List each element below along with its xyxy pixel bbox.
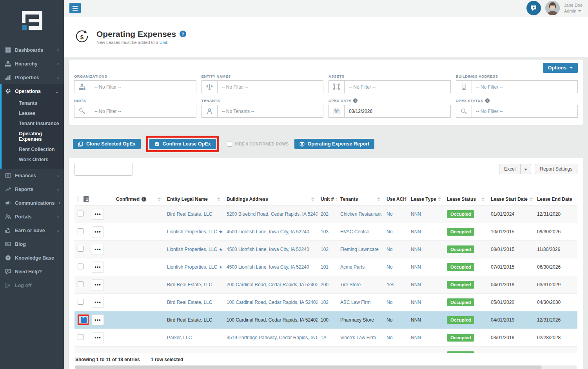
entity-link[interactable]: Lionfish Properties, LLC	[167, 229, 217, 234]
sidebar-item-operating-expenses[interactable]: Operating Expenses	[2, 129, 64, 144]
row-actions-button[interactable]: •••	[92, 244, 104, 255]
row-actions-button[interactable]: •••	[92, 209, 104, 220]
tenant-link[interactable]: Acme Parts	[340, 264, 365, 270]
sidebar-item-properties[interactable]: Properties‹	[0, 71, 64, 84]
use-ach-value[interactable]: No	[387, 211, 392, 217]
sidebar-item-blog[interactable]: Blog	[0, 237, 64, 251]
unit-link[interactable]: 103	[321, 229, 328, 234]
column-header-tenant[interactable]: Tenants	[337, 193, 383, 205]
entity-link[interactable]: Bird Real Estate, LLC	[167, 317, 212, 323]
row-checkbox[interactable]	[78, 211, 83, 216]
lease-type-value[interactable]: NNN	[411, 282, 421, 287]
row-checkbox[interactable]	[78, 264, 83, 269]
sidebar-item-tenant-insurance[interactable]: Tenant Insurance	[2, 118, 64, 129]
entity-link[interactable]: Bird Real Estate, LLC	[167, 282, 212, 287]
filter-assets-input[interactable]: -- No Filter --	[328, 80, 451, 93]
column-header-lease_type[interactable]: Lease Type	[408, 193, 444, 205]
row-actions-button[interactable]: •••	[92, 279, 104, 290]
lease-type-value[interactable]: NNN	[411, 264, 421, 270]
options-button[interactable]: Options	[543, 63, 578, 73]
column-header-confirmed[interactable]: Confirmedi	[113, 193, 164, 205]
address-link[interactable]: 3519 Partridge Parkway, Cedar Rapids, IA…	[227, 335, 318, 340]
sort-icon[interactable]	[377, 197, 380, 201]
excel-dropdown-button[interactable]	[521, 164, 531, 174]
column-header-address[interactable]: Buildings Address	[223, 193, 318, 205]
unit-link[interactable]: 200	[321, 282, 328, 287]
row-actions-button[interactable]: •••	[92, 226, 104, 237]
sort-icon[interactable]	[158, 197, 161, 201]
filter-units-input[interactable]: -- No Filter --	[74, 105, 196, 118]
sidebar-item-operations[interactable]: Operations⌄	[2, 84, 64, 98]
filter-opex-date-input[interactable]: 03/12/2026	[328, 105, 451, 118]
tenant-link[interactable]: ABC Law Firm	[340, 300, 370, 305]
filter-entity-names-input[interactable]: -- No Filter --	[201, 80, 324, 93]
row-checkbox[interactable]	[78, 246, 83, 252]
sidebar-item-need-help[interactable]: Need Help?	[0, 265, 64, 278]
address-link[interactable]: 4500 Lionfish Lane, Iowa City, IA 52240	[227, 264, 309, 270]
scrollbar-thumb[interactable]	[75, 365, 542, 369]
lease-type-value[interactable]: NNN	[411, 211, 421, 217]
avatar[interactable]	[545, 1, 560, 15]
use-ach-value[interactable]: Yes	[387, 282, 394, 287]
sidebar-item-earn-or-save[interactable]: Earn or Save‹	[0, 224, 64, 237]
filter-opex-status-input[interactable]: -- No Filter --	[456, 105, 578, 118]
row-actions-button[interactable]: •••	[92, 262, 104, 273]
row-checkbox[interactable]	[78, 281, 83, 287]
horizontal-scrollbar[interactable]	[75, 365, 577, 369]
unit-link[interactable]: 102	[321, 300, 328, 305]
excel-export-button[interactable]: Excel	[499, 164, 521, 174]
clone-selected-opex-button[interactable]: Clone Selected OpEx	[73, 139, 141, 149]
column-header-start[interactable]: Lease Start Date	[488, 193, 534, 205]
lease-type-value[interactable]: NNN	[411, 335, 421, 340]
unit-link[interactable]: 102	[321, 247, 328, 252]
use-ach-value[interactable]: No	[387, 300, 392, 305]
use-ach-value[interactable]: No	[387, 247, 392, 252]
tenant-link[interactable]: HVAC Central	[340, 229, 369, 234]
use-ach-value[interactable]: No	[387, 317, 392, 323]
address-link[interactable]: 4500 Lionfish Lane, Iowa City, IA 52240	[227, 247, 309, 252]
entity-link[interactable]: Bird Real Estate, LLC	[167, 300, 212, 305]
address-link[interactable]: 4500 Lionfish Lane, Iowa City, IA 52240	[227, 229, 309, 234]
row-checkbox[interactable]	[81, 317, 87, 323]
use-ach-value[interactable]: No	[387, 264, 392, 270]
entity-link[interactable]: Parker, LLC	[167, 335, 192, 340]
tenant-link[interactable]: Pharmacy Store	[340, 317, 374, 323]
tenant-link[interactable]: Tire Store	[340, 282, 361, 287]
row-checkbox[interactable]	[78, 299, 83, 305]
sort-icon[interactable]	[530, 197, 533, 201]
tenant-link[interactable]: Fleming Lawncare	[340, 247, 379, 252]
app-logo[interactable]	[0, 0, 64, 43]
sidebar-item-finances[interactable]: Finances‹	[0, 169, 64, 182]
user-role-menu[interactable]: Admin	[564, 8, 583, 14]
use-ach-value[interactable]: No	[387, 335, 392, 340]
address-link[interactable]: 200 Cardinal Road, Cedar Rapids, IA 5240…	[227, 282, 318, 287]
sidebar-item-reports[interactable]: Reports‹	[0, 182, 64, 196]
unit-link[interactable]: Unit	[160, 40, 167, 45]
sidebar-item-knowledge-base[interactable]: ?Knowledge Base	[0, 251, 64, 265]
sidebar-item-portals[interactable]: Portals‹	[0, 210, 64, 224]
column-header-status[interactable]: Lease Status	[444, 193, 488, 205]
sort-icon[interactable]	[481, 197, 485, 201]
hide-confirmed-rows-checkbox[interactable]: HIDE 0 CONFIRMED ROWS	[227, 142, 289, 147]
filter-buildings-address-input[interactable]: -- No Filter --	[456, 80, 578, 93]
menu-toggle-button[interactable]	[69, 3, 81, 13]
entity-link[interactable]: Bird Real Estate, LLC	[167, 211, 212, 217]
row-actions-button[interactable]: •••	[92, 314, 104, 325]
row-checkbox[interactable]	[78, 228, 83, 234]
entity-link[interactable]: Lionfish Properties, LLC	[167, 247, 217, 252]
operating-expense-report-button[interactable]: Operating Expense Report	[294, 139, 375, 149]
address-link[interactable]: 5200 Bluebird Road, Cedar Rapids, IA 524…	[227, 211, 318, 217]
sidebar-item-work-orders[interactable]: Work Orders	[2, 155, 64, 165]
unit-link[interactable]: 202	[321, 211, 328, 217]
row-actions-button[interactable]: •••	[92, 297, 104, 308]
tenant-link[interactable]: Chicken Restaurant	[340, 211, 381, 217]
sidebar-item-hierarchy[interactable]: Hierarchy‹	[0, 57, 64, 71]
report-settings-button[interactable]: Report Settings	[535, 164, 577, 174]
row-checkbox[interactable]	[78, 334, 83, 340]
sidebar-item-communications[interactable]: Communications‹	[0, 196, 64, 210]
lease-type-value[interactable]: NNN	[411, 229, 421, 234]
column-header-end[interactable]: Lease End Date	[534, 193, 577, 205]
tenant-link[interactable]: Vince's Law Firm	[340, 335, 376, 340]
table-search-input[interactable]	[74, 163, 132, 176]
lease-type-value[interactable]: NNN	[411, 317, 421, 323]
